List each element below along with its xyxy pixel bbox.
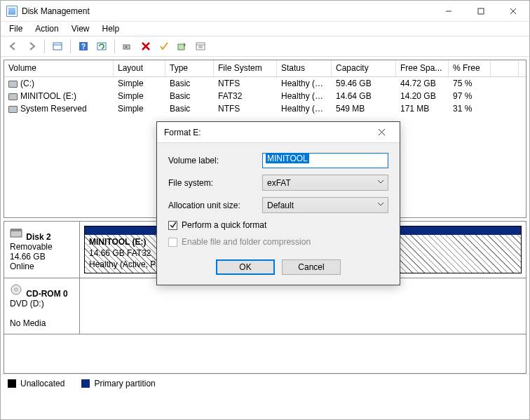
delete-icon[interactable] <box>137 38 154 55</box>
legend: Unallocated Primary partition <box>1 374 529 392</box>
window-title: Disk Management <box>22 6 433 16</box>
dialog-title: Format E: <box>164 128 370 137</box>
label-volume-label: Volume label: <box>168 156 262 165</box>
menu-bar: File Action View Help <box>1 22 529 36</box>
svg-rect-1 <box>478 8 484 14</box>
disk-cap: 14.66 GB <box>10 252 46 262</box>
disk-row-cdrom: CD-ROM 0 DVD (D:) No Media <box>4 278 526 334</box>
col-volume[interactable]: Volume <box>4 60 114 76</box>
disk-kind: Removable <box>10 242 53 252</box>
cdrom-icon <box>10 284 24 295</box>
col-capacity[interactable]: Capacity <box>332 60 396 76</box>
chevron-down-icon <box>377 177 384 186</box>
disk-title: Disk 2 <box>26 232 50 242</box>
menu-view[interactable]: View <box>72 24 90 34</box>
app-icon <box>6 6 18 17</box>
col-fs[interactable]: File System <box>214 60 277 76</box>
minimize-button[interactable] <box>433 1 465 22</box>
rescan-icon[interactable] <box>174 38 191 55</box>
legend-primary: Primary partition <box>94 379 155 388</box>
quick-format-checkbox[interactable]: Perform a quick format <box>168 220 388 230</box>
svg-rect-4 <box>53 43 62 50</box>
compression-label: Enable file and folder compression <box>182 237 311 247</box>
label-alloc-size: Allocation unit size: <box>168 201 262 210</box>
table-row[interactable]: System ReservedSimpleBasicNTFSHealthy (S… <box>4 102 526 115</box>
disk-icon <box>10 227 24 238</box>
legend-unalloc-swatch <box>8 379 16 388</box>
menu-help[interactable]: Help <box>102 24 120 34</box>
volume-icon <box>8 81 18 88</box>
svg-point-10 <box>125 46 128 48</box>
legend-unalloc: Unallocated <box>20 379 64 388</box>
cdrom-empty-area <box>80 278 526 334</box>
menu-file[interactable]: File <box>9 24 22 34</box>
dialog-close-button[interactable] <box>370 122 393 143</box>
back-button[interactable] <box>5 38 22 55</box>
refresh-icon[interactable] <box>93 38 110 55</box>
disk-info-disk2[interactable]: Disk 2 Removable 14.66 GB Online <box>4 222 80 278</box>
properties-icon[interactable] <box>192 38 209 55</box>
chevron-down-icon <box>377 200 384 208</box>
toolbar: ? <box>1 36 529 57</box>
cancel-button[interactable]: Cancel <box>282 259 341 275</box>
part-label: MINITOOL (E:) <box>89 237 147 247</box>
file-system-select[interactable]: exFAT <box>262 175 388 191</box>
col-pct[interactable]: % Free <box>449 60 491 76</box>
disk-info-cdrom[interactable]: CD-ROM 0 DVD (D:) No Media <box>4 278 80 334</box>
svg-rect-19 <box>11 229 22 231</box>
col-type[interactable]: Type <box>165 60 214 76</box>
volume-icon <box>8 106 18 113</box>
maximize-button[interactable] <box>465 1 497 22</box>
show-hide-icon[interactable] <box>49 38 66 55</box>
volume-label-input[interactable]: MINITOOL <box>262 153 388 168</box>
table-row[interactable]: (C:)SimpleBasicNTFSHealthy (B...59.46 GB… <box>4 77 526 90</box>
col-free[interactable]: Free Spa... <box>396 60 449 76</box>
legend-primary-swatch <box>81 379 90 388</box>
col-status[interactable]: Status <box>277 60 332 76</box>
svg-point-21 <box>15 288 18 291</box>
part-size: 14.66 GB FAT32 <box>89 248 151 258</box>
volume-icon <box>8 93 18 100</box>
svg-text:?: ? <box>81 43 86 50</box>
help-icon[interactable]: ? <box>75 38 92 55</box>
ok-button[interactable]: OK <box>216 259 275 275</box>
title-bar: Disk Management <box>1 1 529 22</box>
table-header: Volume Layout Type File System Status Ca… <box>4 60 526 77</box>
close-window-button[interactable] <box>497 1 529 22</box>
format-dialog: Format E: Volume label: MINITOOL File sy… <box>156 121 400 285</box>
cdrom-kind: DVD (D:) <box>10 299 44 309</box>
cdrom-title: CD-ROM 0 <box>26 289 67 299</box>
label-file-system: File system: <box>168 178 262 188</box>
check-icon[interactable] <box>156 38 172 55</box>
table-row[interactable]: MINITOOL (E:)SimpleBasicFAT32Healthy (A.… <box>4 90 526 102</box>
alloc-size-select[interactable]: Default <box>262 197 388 213</box>
cdrom-state: No Media <box>10 318 46 328</box>
menu-action[interactable]: Action <box>35 24 58 34</box>
compression-checkbox: Enable file and folder compression <box>168 237 388 247</box>
disk-state: Online <box>10 262 34 271</box>
forward-button[interactable] <box>23 38 40 55</box>
settings-icon[interactable] <box>119 38 136 55</box>
quick-format-label: Perform a quick format <box>182 220 266 230</box>
col-layout[interactable]: Layout <box>114 60 165 76</box>
svg-rect-13 <box>178 44 184 50</box>
col-blank[interactable] <box>491 60 519 76</box>
